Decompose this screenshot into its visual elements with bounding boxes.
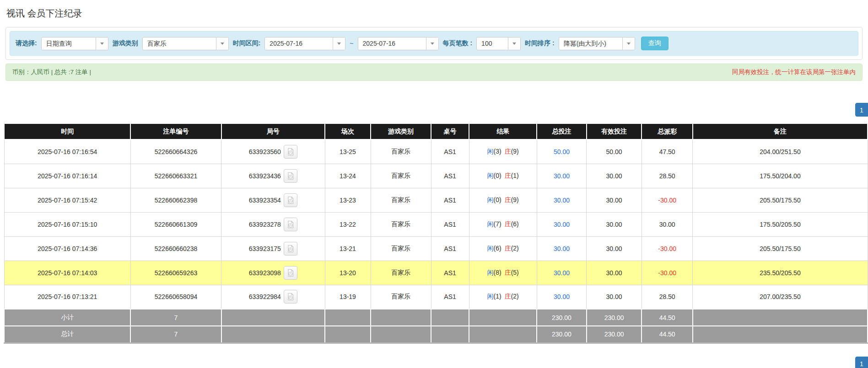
summary-currency-count: 币别：人民币 | 总共 :7 注单 | (12, 68, 91, 76)
round-id-value: 633923354 (249, 197, 281, 204)
cell-total-bet: 30.00 (537, 285, 587, 309)
header-payout: 总派彩 (642, 123, 692, 139)
header-table-no: 桌号 (431, 123, 469, 139)
cell-game-type: 百家乐 (371, 188, 431, 212)
subtotal-label: 小计 (4, 309, 130, 326)
result-player-label: 闲 (487, 293, 494, 300)
cell-time: 2025-07-16 07:14:03 (4, 261, 130, 285)
result-player-label: 闲 (487, 245, 494, 252)
cell-table-no: AS1 (431, 139, 469, 164)
video-record-icon[interactable] (284, 193, 297, 207)
date-from-value: 2025-07-16 (265, 37, 333, 50)
cell-time: 2025-07-16 07:15:42 (4, 188, 130, 212)
search-button[interactable]: 查询 (641, 37, 669, 50)
result-banker-label: 庄 (505, 148, 511, 155)
total-bet-link[interactable]: 50.00 (554, 148, 570, 155)
cell-table-no: AS1 (431, 285, 469, 309)
result-banker-label: 庄 (505, 245, 511, 252)
cell-round-id: 633923175 (221, 236, 325, 261)
query-type-dropdown-button[interactable] (96, 37, 108, 50)
total-bet-link[interactable]: 30.00 (554, 269, 570, 277)
sort-select[interactable]: 降冪(由大到小) (559, 37, 635, 50)
query-type-select[interactable]: 日期查询 (41, 37, 108, 50)
result-banker-label: 庄 (505, 196, 511, 203)
query-type-label: 请选择: (16, 39, 37, 48)
video-record-icon[interactable] (284, 218, 297, 231)
result-player-value: (6) (494, 245, 501, 252)
header-time: 时间 (4, 123, 130, 139)
per-page-select[interactable]: 100 (476, 37, 521, 50)
header-result: 结果 (469, 123, 537, 139)
video-record-icon[interactable] (284, 290, 297, 304)
cell-total-bet: 30.00 (537, 236, 587, 261)
header-bet-id: 注单编号 (130, 123, 221, 139)
cell-game-type: 百家乐 (371, 261, 431, 285)
total-bet-link[interactable]: 30.00 (554, 172, 570, 180)
cell-remark: 205.50/175.50 (693, 236, 868, 261)
total-bet-link[interactable]: 30.00 (554, 245, 570, 252)
cell-game-type: 百家乐 (371, 139, 431, 164)
total-bet-link[interactable]: 30.00 (554, 293, 570, 300)
cell-table-no: AS1 (431, 212, 469, 236)
cell-bet-id: 522660662398 (130, 188, 221, 212)
cell-session: 13-23 (325, 188, 371, 212)
cell-result: 闲(6)庄(2) (469, 236, 537, 261)
result-player-value: (8) (494, 269, 501, 276)
page-1-button[interactable]: 1 (855, 357, 868, 368)
subtotal-payout: 44.50 (642, 309, 692, 326)
chevron-down-icon (627, 43, 631, 45)
cell-valid-bet: 30.00 (587, 285, 642, 309)
video-record-icon[interactable] (284, 242, 297, 256)
round-id-value: 633923436 (249, 172, 281, 180)
date-to-picker[interactable]: 2025-07-16 (358, 37, 439, 50)
cell-game-type: 百家乐 (371, 212, 431, 236)
result-player-label: 闲 (487, 196, 494, 203)
chevron-down-icon (221, 43, 224, 45)
header-game-type: 游戏类别 (371, 123, 431, 139)
result-banker-label: 庄 (505, 172, 511, 179)
cell-round-id: 633923354 (221, 188, 325, 212)
game-type-select[interactable]: 百家乐 (142, 37, 229, 50)
cell-time: 2025-07-16 07:14:36 (4, 236, 130, 261)
total-bet-link[interactable]: 30.00 (554, 221, 570, 228)
cell-remark: 207.00/235.50 (693, 285, 868, 309)
cell-result: 闲(0)庄(9) (469, 188, 537, 212)
video-record-icon[interactable] (284, 169, 297, 183)
cell-bet-id: 522660661309 (130, 212, 221, 236)
chevron-down-icon (100, 43, 104, 45)
date-from-picker[interactable]: 2025-07-16 (264, 37, 345, 50)
date-to-dropdown-button[interactable] (426, 37, 438, 50)
per-page-dropdown-button[interactable] (508, 37, 520, 50)
page-1-button[interactable]: 1 (855, 103, 868, 117)
total-bet-link[interactable]: 30.00 (554, 197, 570, 204)
total-row: 总计 7 230.00 230.00 44.50 (4, 326, 868, 343)
cell-session: 13-21 (325, 236, 371, 261)
table-row: 2025-07-16 07:14:36 522660660238 6339231… (4, 236, 868, 261)
chevron-down-icon (512, 43, 516, 45)
cell-total-bet: 30.00 (537, 188, 587, 212)
sort-dropdown-button[interactable] (622, 37, 635, 50)
sort-value: 降冪(由大到小) (559, 37, 622, 50)
query-type-value: 日期查询 (42, 37, 96, 50)
header-total-bet: 总投注 (537, 123, 587, 139)
cell-total-bet: 30.00 (537, 261, 587, 285)
cell-bet-id: 522660658094 (130, 285, 221, 309)
page-root: 视讯 会员下注纪录 请选择: 日期查询 游戏类别 百家乐 时间区间: 2025-… (0, 0, 868, 368)
round-id-value: 633923278 (249, 221, 281, 228)
game-type-dropdown-button[interactable] (216, 37, 228, 50)
cell-payout: -30.00 (642, 261, 692, 285)
subtotal-valid-bet: 230.00 (587, 309, 642, 326)
cell-valid-bet: 30.00 (587, 212, 642, 236)
cell-bet-id: 522660663321 (130, 164, 221, 188)
header-round-id: 局号 (221, 123, 325, 139)
result-banker-value: (9) (511, 148, 519, 155)
cell-result: 闲(1)庄(2) (469, 285, 537, 309)
cell-total-bet: 50.00 (537, 139, 587, 164)
date-from-dropdown-button[interactable] (333, 37, 345, 50)
filter-bar: 请选择: 日期查询 游戏类别 百家乐 时间区间: 2025-07-16 ~ 20… (10, 31, 858, 56)
video-record-icon[interactable] (284, 145, 297, 159)
game-type-value: 百家乐 (143, 37, 216, 50)
total-label: 总计 (4, 326, 130, 343)
video-record-icon[interactable] (284, 266, 297, 280)
cell-session: 13-19 (325, 285, 371, 309)
